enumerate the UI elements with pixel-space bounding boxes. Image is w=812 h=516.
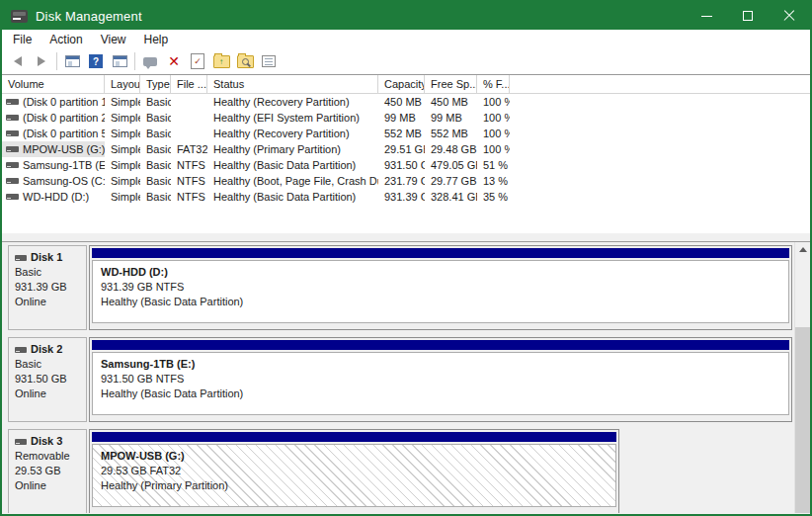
properties-button[interactable] (258, 50, 280, 72)
toolbar-separator (56, 52, 57, 70)
partition-color-strip (92, 248, 789, 258)
col-free-space[interactable]: Free Sp... (425, 75, 477, 93)
back-button[interactable] (7, 50, 29, 72)
disk-management-window: Disk Management File Action View Help ? … (0, 0, 812, 516)
disk-kind: Basic (15, 357, 86, 372)
console-tree-button[interactable] (61, 50, 83, 72)
pane-splitter[interactable] (2, 233, 810, 241)
help-button[interactable]: ? (85, 50, 107, 72)
cell-free-space: 552 MB (425, 126, 477, 141)
cell-layout: Simple (105, 157, 140, 173)
help-icon: ? (89, 54, 103, 68)
volume-list-pane: Volume Layout Type File ... Status Capac… (2, 75, 810, 233)
cell-capacity: 29.51 GB (378, 141, 425, 157)
open-folder-icon: ↑ (213, 55, 230, 68)
table-row[interactable]: Samsung-1TB (E:) Simple Basic NTFS Healt… (2, 157, 810, 173)
delete-volume-button[interactable]: ✕ (163, 50, 185, 72)
disk2-partition[interactable]: Samsung-1TB (E:) 931.50 GB NTFS Healthy … (89, 337, 792, 422)
volume-icon (6, 178, 19, 184)
cell-percent-free: 51 % (477, 157, 510, 173)
disk-state: Online (15, 295, 86, 309)
disk1-partition[interactable]: WD-HDD (D:) 931.39 GB NTFS Healthy (Basi… (89, 245, 792, 330)
menu-view[interactable]: View (92, 30, 135, 48)
cell-free-space: 29.48 GB (425, 141, 477, 157)
disk-icon (15, 439, 27, 445)
table-row[interactable]: (Disk 0 partition 1) Simple Basic Health… (2, 94, 810, 110)
cell-layout: Simple (105, 173, 140, 189)
minimize-button[interactable] (686, 2, 727, 30)
col-capacity[interactable]: Capacity (378, 75, 425, 93)
volume-table-header: Volume Layout Type File ... Status Capac… (2, 75, 810, 94)
disk-graph-pane: Disk 1 Basic 931.39 GB Online WD-HDD (D:… (2, 241, 810, 513)
scroll-up-icon (799, 247, 807, 252)
menu-file[interactable]: File (4, 30, 41, 48)
col-type[interactable]: Type (140, 75, 171, 93)
scroll-up-button[interactable] (795, 242, 810, 257)
cell-type: Basic (140, 141, 171, 157)
partition-color-strip (92, 340, 789, 350)
explore-folder-button[interactable] (234, 50, 256, 72)
table-row[interactable]: Samsung-OS (C:) Simple Basic NTFS Health… (2, 173, 810, 189)
cell-layout: Simple (105, 94, 140, 110)
col-percent-free[interactable]: % F... (477, 75, 510, 93)
scrollbar-thumb[interactable] (795, 327, 810, 513)
close-button[interactable] (769, 2, 810, 30)
partition-status: Healthy (Primary Partition) (101, 478, 615, 493)
cell-percent-free: 100 % (477, 110, 510, 126)
title-bar: Disk Management (2, 2, 810, 30)
volume-icon (6, 162, 19, 168)
hint-icon (143, 57, 157, 66)
volume-name: Samsung-1TB (E:) (23, 157, 105, 173)
cell-free-space: 29.77 GB (425, 173, 477, 189)
menu-action[interactable]: Action (41, 30, 91, 48)
volume-name: Samsung-OS (C:) (23, 173, 105, 189)
cell-percent-free: 13 % (477, 173, 510, 189)
delete-volume-icon: ✕ (168, 54, 180, 68)
disk-size: 931.50 GB (15, 372, 86, 387)
cell-capacity: 231.79 GB (378, 173, 425, 189)
hint-button[interactable] (139, 50, 161, 72)
partition-body: Samsung-1TB (E:) 931.50 GB NTFS Healthy … (92, 352, 789, 415)
cell-free-space: 450 MB (425, 94, 477, 110)
table-row[interactable]: (Disk 0 partition 2) Simple Basic Health… (2, 110, 810, 126)
vertical-scrollbar[interactable] (794, 242, 810, 513)
cell-free-space: 99 MB (425, 110, 477, 126)
volume-icon (6, 115, 19, 121)
disk-name: Disk 1 (31, 250, 62, 265)
cell-status: Healthy (Recovery Partition) (207, 126, 378, 141)
cell-type: Basic (140, 157, 171, 173)
col-filler (510, 75, 810, 93)
maximize-button[interactable] (727, 2, 769, 30)
cell-percent-free: 100 % (477, 126, 510, 141)
check-document-button[interactable]: ✓ (187, 50, 208, 72)
disk3-label[interactable]: Disk 3 Removable 29.53 GB Online (8, 429, 87, 513)
partition-body: WD-HDD (D:) 931.39 GB NTFS Healthy (Basi… (92, 260, 789, 323)
cell-percent-free: 100 % (477, 141, 510, 157)
minimize-icon (701, 16, 712, 17)
forward-button[interactable] (31, 50, 52, 72)
cell-percent-free: 35 % (477, 189, 510, 205)
disk1-label[interactable]: Disk 1 Basic 931.39 GB Online (8, 245, 87, 330)
cell-type: Basic (140, 110, 171, 126)
disk-state: Online (15, 478, 86, 493)
table-row-selected[interactable]: MPOW-USB (G:) Simple Basic FAT32 Healthy… (2, 141, 810, 157)
menu-help[interactable]: Help (135, 30, 178, 48)
cell-status: Healthy (Primary Partition) (207, 141, 378, 157)
volume-icon (6, 194, 19, 200)
cell-file-system: NTFS (171, 189, 207, 205)
disk3-partition-selected[interactable]: MPOW-USB (G:) 29.53 GB FAT32 Healthy (Pr… (89, 429, 619, 513)
col-layout[interactable]: Layout (105, 75, 140, 93)
maximize-icon (743, 11, 753, 21)
col-volume[interactable]: Volume (2, 75, 105, 93)
close-icon (783, 10, 795, 22)
open-folder-button[interactable]: ↑ (210, 50, 232, 72)
col-file-system[interactable]: File ... (171, 75, 207, 93)
table-row[interactable]: (Disk 0 partition 5) Simple Basic Health… (2, 126, 810, 141)
disk2-label[interactable]: Disk 2 Basic 931.50 GB Online (8, 337, 87, 422)
partition-body-selected: MPOW-USB (G:) 29.53 GB FAT32 Healthy (Pr… (92, 444, 616, 507)
table-row[interactable]: WD-HDD (D:) Simple Basic NTFS Healthy (B… (2, 189, 810, 205)
action-pane-button[interactable] (109, 50, 130, 72)
cell-capacity: 931.50 GB (378, 157, 425, 173)
col-status[interactable]: Status (207, 75, 378, 93)
cell-file-system (171, 126, 207, 141)
